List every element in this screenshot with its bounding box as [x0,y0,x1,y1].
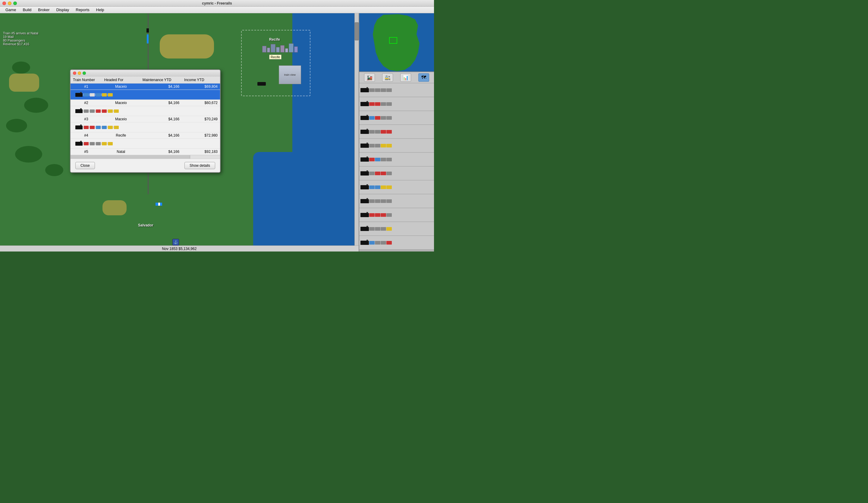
train-visual-12 [360,240,392,245]
train-visual-3 [360,116,392,120]
dialog-min-btn[interactable] [78,71,81,75]
sidebar-train-row [359,139,434,153]
menu-build[interactable]: Build [20,7,34,13]
train-list-sidebar[interactable] [359,83,434,252]
sidebar-toolbar: 🚂 🚉 📊 🗺 [359,72,434,83]
sidebar-train-row [359,180,434,194]
train-income-1: $69,804 [182,83,220,90]
city-label-recife: Recife [269,38,280,42]
table-row[interactable]: #2 Maceio $4,166 $60,672 [71,100,220,106]
mini-map-svg [359,13,434,72]
map-tool-btn[interactable]: 🗺 [418,73,429,82]
table-row-visual-4[interactable] [71,139,220,149]
train-number-4: #4 [71,132,102,139]
train-dest-4: Recife [102,132,140,139]
dialog-footer: Close Show details [71,158,220,172]
train-visual-10 [360,213,392,217]
menu-display[interactable]: Display [53,7,72,13]
notifications: Train #5 arrives at Natal 19 Mail 80 Pas… [3,31,38,46]
close-button[interactable]: Close [75,162,95,169]
col-maintenance: Maintenance YTD [140,76,182,83]
minimize-button[interactable] [8,1,11,5]
city-label-salvador: Salvador [138,223,153,227]
table-header-row: Train Number Headed For Maintenance YTD … [71,76,220,83]
recife-tooltip: Recife [269,54,281,59]
table-row-visual-1[interactable] [71,90,220,100]
trains-dialog: Train Number Headed For Maintenance YTD … [70,69,220,173]
train-dest-3: Maceio [102,116,140,122]
train-income-3: $70,249 [182,116,220,122]
train-dest-2: Maceio [102,100,140,106]
train-number-1: #1 [71,83,102,90]
train-visual-9 [360,199,392,203]
reports-tool-btn[interactable]: 📊 [400,73,411,82]
sidebar-train-row [359,153,434,166]
train-visual-5 [360,144,392,148]
notification-line-1: Train #5 arrives at Natal [3,31,38,35]
notification-line-4: Revenue $17,416 [3,42,38,46]
train-maintenance-5: $4,166 [140,149,182,155]
notification-line-2: 19 Mail [3,35,38,39]
table-row[interactable]: #4 Recife $4,166 $72,980 [71,132,220,139]
sidebar-train-row [359,97,434,111]
vertical-scrollbar[interactable] [354,13,359,252]
trains-table: Train Number Headed For Maintenance YTD … [71,76,220,155]
mini-map[interactable] [359,13,434,72]
menu-game[interactable]: Game [2,7,19,13]
train-visual-row-3 [73,123,218,131]
table-row[interactable]: #3 Maceio $4,166 $70,249 [71,116,220,122]
menu-bar: Game Build Broker Display Reports Help [0,7,434,13]
notification-line-3: 80 Passengers [3,39,38,42]
table-row-visual-3[interactable] [71,122,220,132]
right-sidebar: 🚂 🚉 📊 🗺 [359,13,434,252]
train-maintenance-2: $4,166 [140,100,182,106]
train-visual-11 [360,227,392,231]
stations-tool-btn[interactable]: 🚉 [382,73,393,82]
menu-help[interactable]: Help [93,7,107,13]
close-button[interactable] [2,1,6,5]
sidebar-train-row [359,166,434,180]
col-train-number: Train Number [71,76,102,83]
train-number-2: #2 [71,100,102,106]
trains-tbody[interactable]: #1 Maceio $4,166 $69,804 [71,83,220,155]
sidebar-train-row [359,83,434,97]
train-visual-4 [360,130,392,134]
window-title: cymric - Freerails [202,1,232,6]
dialog-scrollbar[interactable] [71,155,220,158]
dialog-titlebar [71,70,220,76]
train-visual-1 [360,88,392,92]
sidebar-train-row [359,222,434,236]
trains-table-container[interactable]: Train Number Headed For Maintenance YTD … [71,76,220,155]
window-controls[interactable] [2,1,17,5]
table-row[interactable]: #1 Maceio $4,166 $69,804 [71,83,220,90]
maximize-button[interactable] [13,1,17,5]
menu-broker[interactable]: Broker [35,7,52,13]
col-headed-for: Headed For [102,76,140,83]
train-visual-6 [360,157,392,162]
train-visual-row-4 [73,140,218,147]
dialog-controls[interactable] [73,71,86,75]
dialog-close-btn[interactable] [73,71,76,75]
table-row[interactable]: #5 Natal $4,166 $92,183 [71,149,220,155]
trains-tool-btn[interactable]: 🚂 [364,73,375,82]
menu-reports[interactable]: Reports [73,7,93,13]
dialog-scrollbar-thumb[interactable] [71,155,190,158]
sidebar-train-row [359,208,434,222]
dialog-max-btn[interactable] [83,71,86,75]
train-maintenance-4: $4,166 [140,132,182,139]
table-row-visual-2[interactable] [71,106,220,116]
sidebar-train-row [359,236,434,250]
train-income-5: $92,183 [182,149,220,155]
train-income-4: $72,980 [182,132,220,139]
scrollbar-thumb[interactable] [355,22,359,40]
show-details-button[interactable]: Show details [185,162,215,169]
train-visual-2 [360,102,392,106]
train-visual-row-1 [73,91,218,99]
train-income-2: $60,672 [182,100,220,106]
sidebar-train-row [359,194,434,208]
title-bar: cymric - Freerails [0,0,434,7]
train-dest-1: Maceio [102,83,140,90]
col-income: Income YTD [182,76,220,83]
sidebar-train-row [359,111,434,125]
status-text: Nov 1853 $5,134,962 [162,247,197,251]
